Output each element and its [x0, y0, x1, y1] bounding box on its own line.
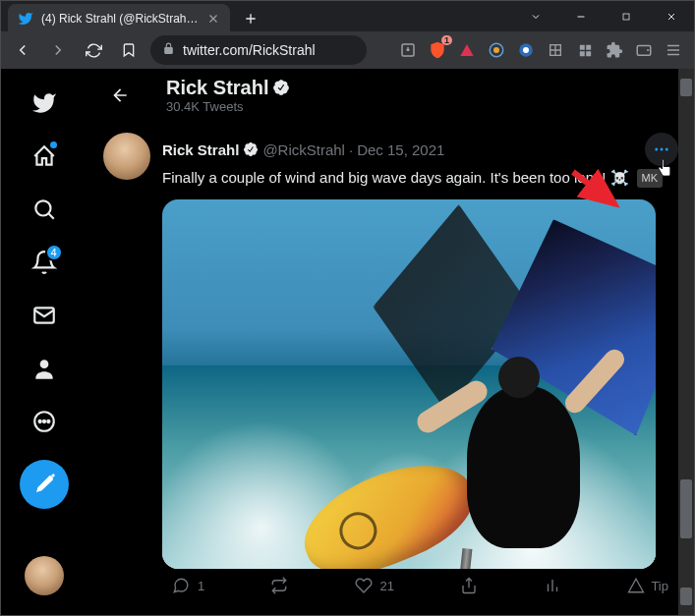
sidebar-search[interactable]	[20, 185, 69, 234]
analytics-button[interactable]	[544, 577, 561, 594]
twitter-sidebar: 4	[1, 69, 87, 615]
svg-point-15	[661, 148, 664, 151]
bookmark-button[interactable]	[115, 36, 143, 64]
tweet-actions: 1 21 Tip	[162, 569, 678, 594]
retweet-button[interactable]	[270, 577, 288, 594]
tweet-author[interactable]: Rick Strahl	[162, 141, 239, 158]
extension-icon-1[interactable]	[484, 37, 509, 63]
tweet-separator: ·	[349, 141, 353, 158]
tweet-header: Rick Strahl @RickStrahl · Dec 15, 2021	[162, 133, 678, 166]
scrollbar[interactable]	[678, 69, 694, 615]
window-minimize[interactable]	[558, 1, 604, 32]
back-button[interactable]	[103, 79, 137, 112]
page-content: 4 Rick Strahl 30.4K Tweets Rick Strahl	[0, 69, 695, 616]
lock-icon	[162, 42, 175, 58]
scrollbar-thumb[interactable]	[680, 479, 692, 538]
twitter-favicon	[18, 11, 33, 27]
tweet-avatar[interactable]	[103, 133, 150, 180]
svg-point-9	[39, 360, 48, 368]
extensions-puzzle-icon[interactable]	[602, 37, 627, 63]
svg-point-12	[42, 420, 44, 422]
tweet-text: Finally a couple of wind and big wave da…	[162, 168, 678, 188]
window-titlebar: (4) Rick Strahl (@RickStrahl) / Twi	[0, 0, 695, 31]
main-column: Rick Strahl 30.4K Tweets Rick Strahl @Ri…	[87, 69, 694, 615]
install-icon[interactable]	[395, 37, 421, 63]
scrollbar-down[interactable]	[680, 588, 692, 605]
notification-badge: 4	[45, 244, 63, 261]
menu-icon[interactable]	[661, 37, 686, 63]
tweet-image[interactable]	[162, 199, 656, 569]
tweet-handle[interactable]: @RickStrahl	[262, 141, 345, 158]
verified-badge-icon	[272, 79, 290, 96]
window-maximize[interactable]	[604, 1, 649, 32]
nav-forward-button[interactable]	[44, 36, 72, 64]
sidebar-profile[interactable]	[20, 344, 69, 393]
compose-tweet-button[interactable]	[20, 460, 69, 509]
extension-icon-3[interactable]	[543, 37, 568, 63]
tip-button[interactable]: Tip	[627, 577, 668, 594]
verified-badge-icon	[243, 141, 259, 157]
twitter-logo[interactable]	[20, 79, 69, 128]
scrollbar-up[interactable]	[680, 79, 692, 96]
tweet: Rick Strahl @RickStrahl · Dec 15, 2021 F…	[87, 121, 694, 606]
url-text: twitter.com/RickStrahl	[183, 42, 316, 58]
browser-toolbar: twitter.com/RickStrahl 1	[0, 31, 695, 69]
tweet-more-button[interactable]	[645, 133, 678, 166]
browser-tab[interactable]: (4) Rick Strahl (@RickStrahl) / Twi	[8, 4, 230, 33]
extension-icon-2[interactable]	[513, 37, 539, 63]
nav-reload-button[interactable]	[80, 36, 107, 64]
sidebar-messages[interactable]	[20, 291, 69, 340]
nav-back-button[interactable]	[9, 36, 36, 64]
sidebar-notifications[interactable]: 4	[20, 238, 69, 287]
like-button[interactable]: 21	[355, 577, 394, 594]
cursor-pointer-icon	[655, 157, 674, 184]
sidebar-more[interactable]	[20, 397, 69, 446]
shield-badge: 1	[441, 35, 452, 45]
tweet-count: 30.4K Tweets	[166, 99, 290, 114]
profile-header: Rick Strahl 30.4K Tweets	[87, 69, 694, 121]
svg-point-11	[38, 420, 40, 422]
sidebar-home[interactable]	[20, 132, 69, 181]
svg-point-3	[493, 47, 499, 53]
svg-point-14	[655, 148, 658, 151]
wallet-icon[interactable]	[631, 37, 657, 63]
tweet-date[interactable]: Dec 15, 2021	[357, 141, 444, 158]
profile-name: Rick Strahl	[166, 77, 290, 99]
address-bar[interactable]: twitter.com/RickStrahl	[150, 35, 367, 65]
tab-title: (4) Rick Strahl (@RickStrahl) / Twi	[41, 12, 199, 26]
reply-button[interactable]: 1	[172, 577, 204, 594]
window-dropdown[interactable]	[513, 1, 558, 32]
extension-icon-4[interactable]	[572, 37, 598, 63]
new-tab-button[interactable]	[240, 8, 261, 29]
brave-triangle-icon[interactable]	[454, 37, 480, 63]
close-tab-icon[interactable]	[206, 12, 220, 26]
share-button[interactable]	[460, 577, 478, 594]
brave-shield-icon[interactable]: 1	[425, 37, 450, 63]
window-close[interactable]	[649, 1, 694, 32]
svg-point-16	[666, 148, 668, 151]
sidebar-account-avatar[interactable]	[25, 556, 64, 595]
svg-point-7	[35, 200, 50, 215]
skull-emoji: ☠️	[610, 168, 629, 188]
home-dot-indicator	[50, 141, 57, 148]
svg-point-13	[47, 420, 49, 422]
svg-rect-0	[623, 14, 629, 20]
